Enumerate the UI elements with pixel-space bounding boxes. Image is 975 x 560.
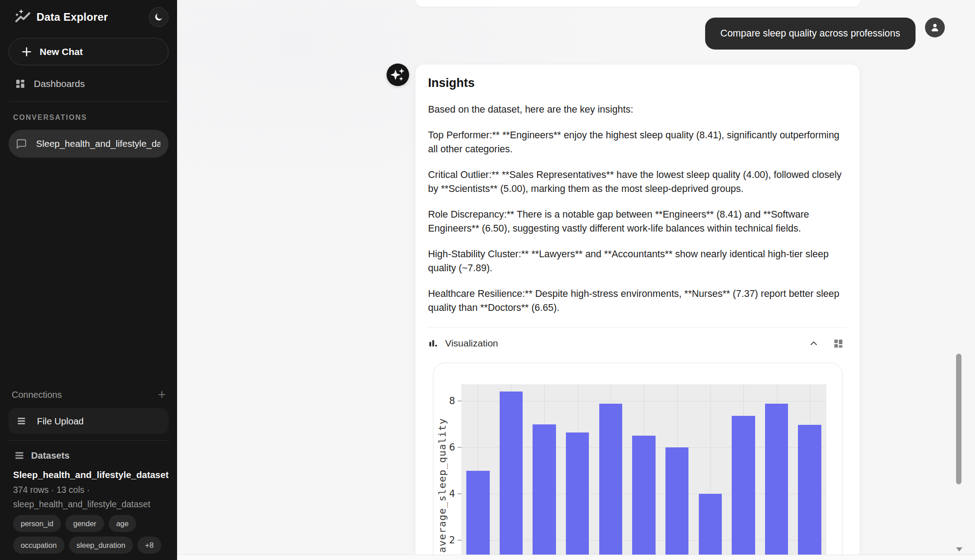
y-tick-mark	[458, 540, 461, 541]
file-upload-item[interactable]: File Upload	[9, 408, 169, 434]
user-message-bubble: Compare sleep quality across professions	[705, 18, 916, 50]
previous-card-bottom-edge	[415, 0, 861, 7]
chevron-up-icon	[809, 338, 819, 348]
new-chat-button[interactable]: New Chat	[9, 38, 169, 65]
dashboards-label: Dashboards	[34, 78, 85, 89]
horizontal-scroll-track[interactable]	[177, 555, 975, 560]
insight-paragraph: High-Stability Cluster:** **Lawyers** an…	[428, 247, 847, 275]
scrollbar-down-arrow[interactable]	[956, 547, 962, 551]
column-tag-more[interactable]: +8	[137, 537, 161, 554]
insights-title: Insights	[428, 76, 847, 90]
theme-toggle-button[interactable]	[149, 7, 169, 27]
bar[interactable]	[566, 433, 589, 560]
visualization-header: Visualization	[428, 328, 847, 359]
rows-icon	[16, 415, 27, 427]
dataset-filename[interactable]: Sleep_health_and_lifestyle_dataset.csv	[13, 469, 169, 480]
bar[interactable]	[798, 425, 821, 560]
sidebar-header: Data Explorer	[9, 6, 169, 28]
sidebar-item-dashboards[interactable]: Dashboards	[9, 73, 169, 95]
sidebar: Data Explorer New Chat	[0, 0, 177, 560]
connections-label: Connections	[12, 390, 62, 400]
add-to-dashboard-button[interactable]	[829, 337, 847, 351]
chart-card: average_sleep_quality 2468	[433, 363, 843, 560]
chat-bubble-icon	[16, 138, 27, 150]
database-rows-icon	[14, 450, 25, 461]
y-tick-label: 4	[437, 487, 455, 500]
column-tag: gender	[65, 515, 104, 532]
dataset-meta: 374 rows · 13 cols ·	[13, 485, 169, 495]
insight-paragraph: Role Discrepancy:** There is a notable g…	[428, 208, 847, 236]
bar[interactable]	[632, 436, 656, 560]
bar[interactable]	[765, 404, 788, 560]
column-tag: sleep_duration	[69, 537, 133, 554]
insight-paragraph: Based on the dataset, here are the key i…	[428, 103, 847, 117]
y-tick-mark	[458, 401, 461, 401]
chart-plot[interactable]	[461, 384, 826, 560]
connections-section-header: Connections +	[9, 386, 169, 404]
vertical-scrollbar-thumb[interactable]	[956, 354, 961, 484]
insight-paragraph: Top Performer:** **Engineers** enjoy the…	[428, 128, 847, 156]
insight-paragraph: Critical Outlier:** **Sales Representati…	[428, 168, 847, 196]
bar-chart-icon	[428, 338, 438, 348]
datasets-label: Datasets	[31, 450, 69, 461]
insight-paragraph: Healthcare Resilience:** Despite high-st…	[428, 287, 847, 315]
bar[interactable]	[466, 471, 490, 560]
sidebar-divider-2	[9, 440, 169, 441]
plus-icon	[21, 46, 32, 58]
person-icon	[929, 22, 941, 33]
sidebar-divider	[9, 101, 169, 102]
bar[interactable]	[500, 392, 523, 560]
assistant-sparkle-badge	[387, 64, 409, 86]
dashboard-grid-icon	[15, 78, 26, 89]
dataset-column-tags: person_id gender age occupation sleep_du…	[13, 515, 169, 554]
insights-card: Insights Based on the dataset, here are …	[415, 64, 860, 560]
app-title: Data Explorer	[36, 11, 108, 23]
app-logo-icon	[14, 8, 32, 26]
y-tick-mark	[458, 447, 461, 448]
bar[interactable]	[665, 447, 689, 560]
visualization-label: Visualization	[445, 338, 498, 349]
datasets-section-header: Datasets	[14, 448, 169, 463]
sparkles-icon	[387, 64, 409, 86]
app-root: Data Explorer New Chat	[0, 0, 975, 560]
conversations-header: CONVERSATIONS	[13, 114, 169, 122]
bar[interactable]	[732, 416, 755, 560]
bar[interactable]	[533, 424, 556, 560]
y-tick-label: 6	[437, 441, 455, 454]
dataset-table-name: sleep_health_and_lifestyle_dataset	[13, 499, 169, 510]
conversation-item[interactable]: Sleep_health_and_lifestyle_da...	[9, 130, 169, 158]
moon-icon	[154, 12, 164, 22]
y-tick-label: 8	[437, 395, 455, 407]
dashboard-tiles-icon	[833, 338, 843, 349]
conversation-title: Sleep_health_and_lifestyle_da...	[36, 138, 160, 149]
user-avatar	[925, 18, 945, 37]
new-chat-label: New Chat	[40, 46, 83, 57]
y-tick-mark	[458, 493, 461, 494]
bar[interactable]	[599, 404, 623, 560]
bar[interactable]	[699, 494, 722, 560]
column-tag: person_id	[13, 515, 61, 532]
column-tag: age	[109, 515, 137, 532]
sidebar-spacer	[9, 158, 169, 386]
add-connection-button[interactable]: +	[155, 388, 169, 401]
file-upload-label: File Upload	[37, 416, 84, 427]
y-tick-label: 2	[437, 534, 455, 546]
column-tag: occupation	[13, 537, 64, 554]
collapse-visualization-button[interactable]	[805, 337, 822, 350]
